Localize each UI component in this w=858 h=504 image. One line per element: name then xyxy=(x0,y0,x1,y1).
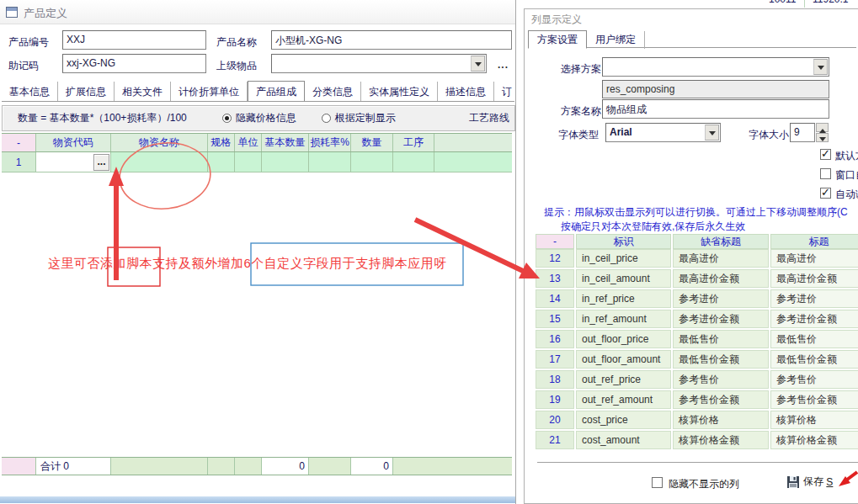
browse-parent-button[interactable]: ... xyxy=(498,59,509,71)
grid-header-material-code[interactable]: 物资代码 xyxy=(36,134,111,151)
floppy-disk-icon xyxy=(786,475,800,489)
title-bar[interactable]: 产品定义 xyxy=(0,0,515,24)
tab-basic-info[interactable]: 基本信息 xyxy=(2,82,58,102)
row-code: out_ref_price xyxy=(576,370,671,389)
row-default-title: 最低售价 xyxy=(673,330,769,348)
row-code: cost_price xyxy=(576,411,671,429)
screen: 10011 11920.1 产品定义 产品编号 XXJ 产品名称 小型机-XG-… xyxy=(0,0,858,504)
row-title: 核算价格金额 xyxy=(770,431,858,449)
row-code: in_ref_amount xyxy=(576,310,671,328)
grid-header-process[interactable]: 工序 xyxy=(393,134,434,151)
lookup-button[interactable]: ... xyxy=(93,154,109,171)
process-route-label[interactable]: 工艺路线 xyxy=(469,111,509,125)
col-header-title[interactable]: 标题 xyxy=(770,234,858,249)
loss-rate-cell[interactable] xyxy=(309,152,351,172)
material-name-cell[interactable] xyxy=(111,152,208,172)
save-button[interactable]: 保存 S xyxy=(786,475,833,489)
font-type-combobox[interactable]: Arial xyxy=(605,123,721,142)
parent-item-label: 上级物品 xyxy=(216,59,257,73)
spinner-up-icon[interactable] xyxy=(816,123,829,132)
tab-product-composition[interactable]: 产品组成 xyxy=(248,81,305,102)
tab-description[interactable]: 描述信息 xyxy=(438,82,494,102)
radio-icon xyxy=(322,114,331,123)
column-row-19[interactable]: 19 out_ref_amount 参考售价金额 参考售价金额 xyxy=(536,390,858,409)
column-row-21[interactable]: 21 cost_amount 核算价格金额 核算价格金额 xyxy=(536,431,858,449)
spec-cell[interactable] xyxy=(208,152,235,172)
radio-icon xyxy=(222,114,232,123)
column-row-17[interactable]: 17 out_floor_amount 最低售价金额 最低售价金额 xyxy=(536,350,858,369)
row-default-title: 参考进价金额 xyxy=(673,310,769,328)
column-row-15[interactable]: 15 in_ref_amount 参考进价金额 参考进价金额 xyxy=(536,310,858,328)
process-cell[interactable] xyxy=(393,152,434,172)
tab-pricing-units[interactable]: 计价折算单位 xyxy=(171,82,248,102)
spinner-down-icon[interactable] xyxy=(816,133,829,142)
column-row-14[interactable]: 14 in_ref_price 参考进价 参考进价 xyxy=(536,289,858,308)
radio-custom-display[interactable]: 根据定制显示 xyxy=(322,111,396,125)
tab-classification[interactable]: 分类信息 xyxy=(305,82,361,102)
tab-user-binding[interactable]: 用户绑定 xyxy=(587,31,645,49)
tab-order-clipped[interactable]: 订 xyxy=(494,82,514,102)
product-name-input[interactable]: 小型机-XG-NG xyxy=(271,30,512,50)
scheme-select-combobox[interactable] xyxy=(602,57,829,77)
window-title: 产品定义 xyxy=(24,6,67,21)
grid-header-spec[interactable]: 规格 xyxy=(208,134,235,151)
column-table-header: - 标识 缺省标题 标题 xyxy=(536,234,858,249)
tab-related-files[interactable]: 相关文件 xyxy=(115,82,171,102)
scheme-name-input[interactable]: 物品组成 xyxy=(602,99,829,119)
chevron-down-icon[interactable] xyxy=(705,125,719,141)
column-row-12[interactable]: 12 in_ceil_price 最高进价 最高进价 xyxy=(536,249,858,268)
col-header-marker[interactable]: - xyxy=(536,234,574,249)
row-default-title: 核算价格金额 xyxy=(673,431,769,449)
column-row-18[interactable]: 18 out_ref_price 参考售价 参考售价 xyxy=(536,370,858,389)
summary-cell xyxy=(235,458,262,475)
column-row-13[interactable]: 13 in_ceil_amount 最高进价金额 最高进价金额 xyxy=(536,269,858,288)
checkbox-default-scheme-label: 默认方 xyxy=(835,149,858,163)
checkbox-window-auto[interactable] xyxy=(820,168,831,179)
grid-row-1[interactable]: 1 ... xyxy=(2,152,512,172)
grid-header-extra xyxy=(434,134,512,151)
summary-cell xyxy=(393,458,512,475)
tab-scheme-settings[interactable]: 方案设置 xyxy=(528,30,587,49)
tab-entity-attributes[interactable]: 实体属性定义 xyxy=(361,82,438,102)
grid-header-loss-rate[interactable]: 损耗率% xyxy=(309,134,351,151)
grid-header-material-name[interactable]: 物资名称 xyxy=(111,134,208,151)
tab-extended-info[interactable]: 扩展信息 xyxy=(58,82,115,102)
checkbox-window-auto-label: 窗口自 xyxy=(835,168,858,183)
row-number-cell[interactable]: 1 xyxy=(2,152,36,172)
column-row-16[interactable]: 16 out_floor_price 最低售价 最低售价 xyxy=(536,330,858,348)
base-qty-cell[interactable] xyxy=(262,152,309,172)
grid-header-unit[interactable]: 单位 xyxy=(235,134,262,151)
mnemonic-label: 助记码 xyxy=(8,59,39,73)
checkbox-auto-adjust[interactable]: ✓ xyxy=(820,188,831,199)
row-code: out_ref_amount xyxy=(576,390,671,409)
radio-hide-price[interactable]: 隐藏价格信息 xyxy=(222,111,296,125)
grid-header-marker[interactable]: - xyxy=(2,134,36,151)
row-default-title: 参考售价 xyxy=(673,370,769,389)
font-size-input[interactable]: 9 xyxy=(790,123,815,142)
checkbox-hide-columns[interactable] xyxy=(652,477,663,488)
quantity-formula: 数量 = 基本数量*（100+损耗率）/100 xyxy=(18,111,187,125)
material-code-cell[interactable]: ... xyxy=(36,152,111,172)
grid-header-qty[interactable]: 数量 xyxy=(351,134,393,151)
row-title: 最低售价金额 xyxy=(770,350,858,369)
check-icon: ✓ xyxy=(821,186,830,199)
row-default-title: 核算价格 xyxy=(673,411,769,429)
grid-header-base-qty[interactable]: 基本数量 xyxy=(262,134,309,151)
row-title: 最高进价 xyxy=(770,249,858,268)
chevron-down-icon[interactable] xyxy=(813,59,828,75)
product-code-input[interactable]: XXJ xyxy=(62,30,206,50)
font-size-stepper[interactable] xyxy=(816,123,829,142)
column-row-20[interactable]: 20 cost_price 核算价格 核算价格 xyxy=(536,411,858,429)
col-header-default-title[interactable]: 缺省标题 xyxy=(673,234,769,249)
qty-cell[interactable] xyxy=(351,152,393,172)
row-title: 最高进价金额 xyxy=(770,269,858,288)
mnemonic-input[interactable]: xxj-XG-NG xyxy=(62,54,206,73)
unit-cell[interactable] xyxy=(235,152,262,172)
chevron-down-icon[interactable] xyxy=(471,56,485,72)
fragment-value: 11920.1 xyxy=(813,0,849,5)
dialog-title: 列显示定义 xyxy=(531,13,582,27)
summary-base-qty-total: 0 xyxy=(262,458,309,475)
col-header-code[interactable]: 标识 xyxy=(576,234,671,249)
parent-item-combobox[interactable] xyxy=(271,54,487,73)
checkbox-default-scheme[interactable]: ✓ xyxy=(820,149,831,160)
